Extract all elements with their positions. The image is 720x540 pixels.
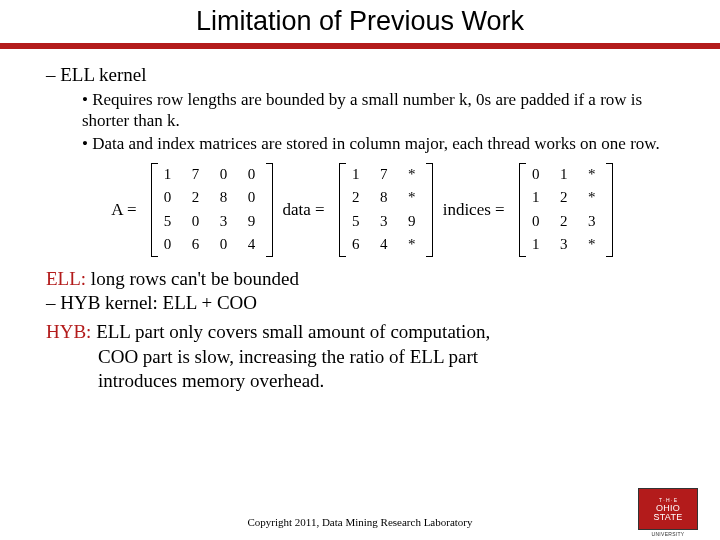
title-area: Limitation of Previous Work	[0, 0, 720, 37]
matrix-indices-label: indices =	[443, 199, 505, 220]
logo-university: UNIVERSITY	[639, 531, 697, 537]
hyb-statement: HYB: ELL part only covers small amount o…	[46, 320, 674, 345]
matrix-data-label: data =	[283, 199, 325, 220]
footer-copyright: Copyright 2011, Data Mining Research Lab…	[0, 516, 720, 528]
hyb-list: HYB kernel: ELL + COO	[46, 291, 674, 316]
logo-line2: STATE	[653, 513, 682, 522]
ell-label: ELL:	[46, 268, 86, 289]
section-heading: ELL kernel	[60, 64, 146, 85]
list-item: ELL kernel Requires row lengths are boun…	[46, 63, 674, 155]
slide: Limitation of Previous Work ELL kernel R…	[0, 0, 720, 540]
ell-text: long rows can't be bounded	[86, 268, 299, 289]
slide-body: ELL kernel Requires row lengths are boun…	[0, 49, 720, 394]
list-item: HYB kernel: ELL + COO	[46, 291, 674, 316]
ell-statement: ELL: long rows can't be bounded	[46, 267, 674, 292]
matrix-A-label: A =	[111, 199, 136, 220]
matrix-indices: 01* 12* 023 13*	[519, 163, 609, 257]
lower-text-block: ELL: long rows can't be bounded HYB kern…	[46, 267, 674, 394]
bullet-list-1: ELL kernel Requires row lengths are boun…	[46, 63, 674, 155]
matrix-data: 17* 28* 539 64*	[339, 163, 429, 257]
hyb-text-3: introduces memory overhead.	[46, 369, 674, 394]
slide-title: Limitation of Previous Work	[0, 6, 720, 37]
logo-the: T · H · E	[659, 497, 677, 503]
list-item: Data and index matrices are stored in co…	[82, 133, 674, 154]
hyb-label: HYB:	[46, 321, 91, 342]
hyb-text-1: ELL part only covers small amount of com…	[91, 321, 490, 342]
matrix-A: 1700 0280 5039 0604	[151, 163, 269, 257]
list-item: Requires row lengths are bounded by a sm…	[82, 89, 674, 132]
matrix-figure: A = 1700 0280 5039 0604 data = 17* 28* 5…	[46, 163, 674, 257]
hyb-text-2: COO part is slow, increasing the ratio o…	[46, 345, 674, 370]
bullet-list-2: Requires row lengths are bounded by a sm…	[46, 89, 674, 155]
ohio-state-logo: T · H · E OHIO STATE UNIVERSITY	[638, 488, 698, 530]
